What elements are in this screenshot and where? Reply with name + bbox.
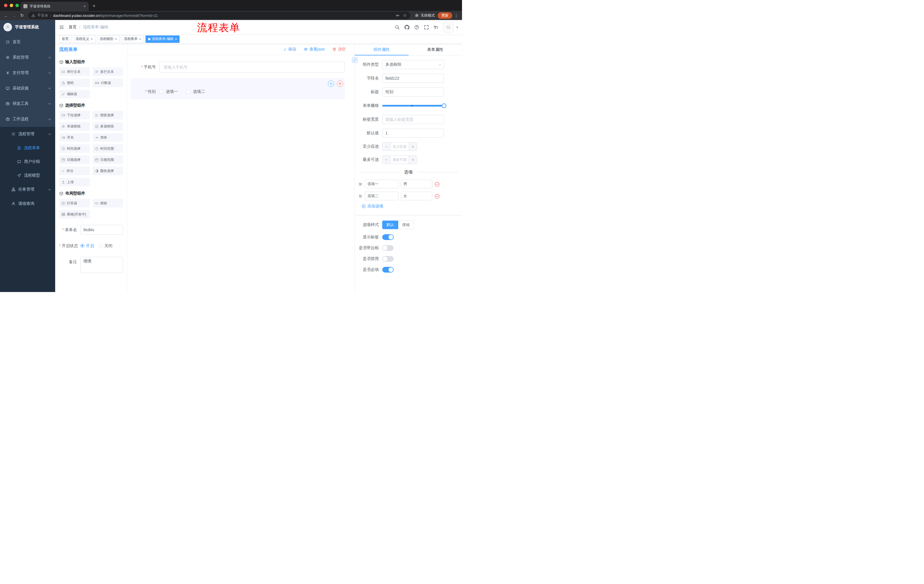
gender-option-2[interactable]: 选项二 [186,89,205,94]
palette-item-cascader[interactable]: 级联选择 [92,111,123,119]
show-label-switch[interactable] [382,234,394,240]
required-switch[interactable] [382,267,394,273]
sidebar-item-devtools[interactable]: 研发工具 [0,96,55,112]
palette-item-table[interactable]: 表格[开发中] [59,210,90,219]
palette-item-time-picker[interactable]: 时间选择 [59,144,90,153]
remove-option-icon[interactable] [434,193,440,199]
palette-item-dropdown[interactable]: 下拉选择 [59,111,90,119]
palette-item-button[interactable]: 按钮 [92,199,123,207]
tag-close-icon[interactable]: × [91,37,93,41]
view-json-button[interactable]: 查看json [304,47,325,52]
remove-option-icon[interactable] [434,181,440,187]
palette-item-color-picker[interactable]: 颜色选择 [92,166,123,175]
field-name-input[interactable] [382,74,444,83]
tag-process-model[interactable]: 流程模型× [97,35,120,43]
sidebar-item-leave-query[interactable]: 请假查询 [0,197,55,211]
palette-item-date-picker[interactable]: 日期选择 [59,155,90,164]
tag-home[interactable]: 首页 [59,35,71,43]
checkbox-icon[interactable] [159,90,163,94]
palette-item-password[interactable]: 密码 [59,79,90,87]
new-tab-button[interactable]: + [92,3,96,9]
sidebar-item-payment[interactable]: ¥支付管理 [0,65,55,81]
font-size-icon[interactable]: TT [434,25,438,30]
palette-item-upload[interactable]: 上传 [59,178,90,186]
palette-item-switch[interactable]: 开关 [59,133,90,142]
tab-form-props[interactable]: 表单属性 [409,44,462,55]
form-name-input[interactable] [80,225,123,235]
github-icon[interactable] [404,25,409,30]
minus-button[interactable]: − [383,156,391,164]
search-icon[interactable] [395,25,400,30]
option-value-input[interactable] [401,180,432,188]
palette-item-multi-text[interactable]: 多行文本 [92,67,123,76]
palette-item-counter[interactable]: 123计数器 [92,79,123,87]
phone-input[interactable] [159,62,345,72]
option-value-input[interactable] [401,192,432,200]
sidebar-item-process-model[interactable]: 流程模型 [0,169,55,182]
grid-slider[interactable] [382,105,444,107]
sidebar-item-system[interactable]: 系统管理 [0,50,55,65]
component-type-select[interactable]: 多选框组 [382,60,444,69]
avatar-caret-icon[interactable]: ▾ [456,25,458,29]
back-icon[interactable]: ← [2,13,10,18]
forward-icon[interactable]: → [10,13,18,18]
key-icon[interactable] [396,13,400,17]
bookmark-star-icon[interactable]: ☆ [403,13,407,18]
tag-process-form-edit[interactable]: 流程表单-编辑× [145,35,180,43]
palette-item-time-range[interactable]: 时间范围 [92,144,123,153]
avatar[interactable] [443,22,454,33]
palette-item-checkbox-group[interactable]: 多选框组 [92,122,123,131]
plus-button[interactable]: + [409,143,417,151]
drag-handle-icon[interactable] [358,194,363,198]
tag-process-form[interactable]: 流程表单× [121,35,144,43]
palette-item-rate[interactable]: ☆评分 [59,166,90,175]
delete-component-button[interactable] [337,81,343,87]
sidebar-item-process-mgmt[interactable]: 流程管理 [0,127,55,141]
tag-process-definition[interactable]: 流程定义× [73,35,96,43]
browser-update-button[interactable]: 更新 [438,12,452,19]
palette-item-slider[interactable]: 滑块 [92,133,123,142]
plus-button[interactable]: + [409,156,417,164]
style-default-button[interactable]: 默认 [382,220,398,229]
breadcrumb-home[interactable]: 首页 [69,25,77,30]
window-minimize-button[interactable] [10,4,13,7]
drawing-board[interactable]: 手机号 性别 选项一 选项二 [127,55,355,292]
status-radio-on[interactable]: 开启 [80,241,94,250]
tab-close-icon[interactable]: × [84,4,86,8]
help-icon[interactable] [414,25,419,30]
tag-close-icon[interactable]: × [175,37,177,41]
palette-item-row-container[interactable]: 行容器 [59,199,90,207]
disabled-switch[interactable] [382,256,394,262]
sidebar-item-infra[interactable]: 基础设施 [0,81,55,96]
drag-handle-icon[interactable] [358,182,363,186]
tag-close-icon[interactable]: × [115,37,117,41]
add-option-button[interactable]: 添加选项 [355,204,462,209]
tag-close-icon[interactable]: × [139,37,141,41]
palette-item-date-range[interactable]: 日期范围 [92,155,123,164]
clear-button[interactable]: 清空 [332,47,346,52]
fullscreen-icon[interactable] [424,25,429,30]
gender-option-1[interactable]: 选项一 [159,89,178,94]
sidebar-item-user-group[interactable]: 用户分组 [0,155,55,169]
reload-icon[interactable]: ↻ [18,13,26,18]
border-switch[interactable] [382,245,394,251]
sidebar-item-workflow[interactable]: 工作流程 [0,112,55,127]
status-radio-off[interactable]: 关闭 [99,241,112,250]
sidebar-item-process-form[interactable]: 流程表单 [0,141,55,155]
tab-component-props[interactable]: 组件属性 [355,44,409,55]
option-name-input[interactable] [365,180,399,188]
link-icon[interactable] [352,57,358,63]
palette-item-editor[interactable]: 编辑器 [59,90,90,98]
sidebar-collapse-icon[interactable] [59,25,64,30]
canvas-field-gender-selected[interactable]: 性别 选项一 选项二 [130,78,345,99]
window-close-button[interactable] [4,4,7,7]
default-value-input[interactable] [382,128,444,138]
sidebar-item-home[interactable]: 首页 [0,34,55,50]
palette-item-single-text[interactable]: 单行文本 [59,67,90,76]
style-button-button[interactable]: 按钮 [398,220,414,229]
max-select-value[interactable]: 最多可选 [391,156,409,164]
palette-item-radio-group[interactable]: 单选框组 [59,122,90,131]
form-remark-textarea[interactable]: 嘿嘿 [80,257,123,273]
title-input[interactable] [382,87,444,97]
browser-tab[interactable]: 芋道管理系统 × [21,2,89,11]
